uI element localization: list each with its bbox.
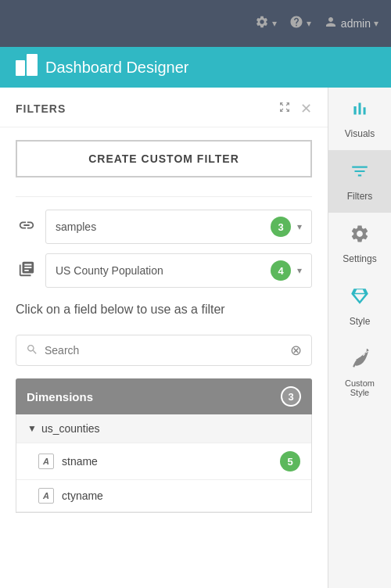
sidebar-item-style-label: Style [350,316,371,327]
instruction-text: Click on a field below to use as a filte… [16,297,312,322]
dataset-row: US County Population 4 ▾ [16,253,312,288]
dataset-dropdown[interactable]: US County Population 4 ▾ [45,253,312,288]
diamond-icon [350,286,370,311]
search-clear-icon[interactable]: ⊗ [290,342,302,359]
close-panel-icon[interactable]: ✕ [300,100,312,117]
admin-chevron-icon: ▾ [374,18,378,29]
help-nav-item[interactable]: ▾ [289,15,311,33]
sidebar-item-filters[interactable]: Filters [328,150,391,213]
svg-rect-1 [27,54,38,76]
sidebar-item-custom-style[interactable]: CustomStyle [328,338,391,408]
user-icon [324,15,338,33]
bar-chart-icon [350,99,370,124]
filters-panel-title: FILTERS [16,102,66,115]
settings-gear-icon [350,224,370,249]
sidebar-item-style[interactable]: Style [328,275,391,338]
settings-chevron-icon: ▾ [272,18,277,29]
datasource-dropdown[interactable]: samples 3 ▾ [45,210,312,244]
sidebar-item-settings-label: Settings [343,253,376,264]
filters-header: FILTERS ✕ [0,88,328,127]
dimensions-header: Dimensions 3 [16,378,312,414]
search-input[interactable] [45,344,290,357]
admin-label: admin [341,17,371,30]
dataset-label: US County Population [56,264,271,277]
field-label-ctyname: ctyname [62,489,300,502]
header-bar: Dashboard Designer [0,47,391,88]
datasource-arrow-icon: ▾ [297,221,302,232]
group-row-us-counties[interactable]: ▼ us_counties [16,414,311,443]
dataset-arrow-icon: ▾ [297,265,302,276]
panel-body: CREATE CUSTOM FILTER samples 3 ▾ [0,127,328,585]
sidebar-item-visuals-label: Visuals [345,128,375,139]
group-label: us_counties [41,422,100,435]
divider-1 [16,196,312,197]
table-icon [16,260,38,281]
dataset-badge: 4 [271,260,291,281]
settings-nav-item[interactable]: ▾ [255,15,277,33]
dimensions-badge: 3 [281,386,301,407]
field-type-text-icon-2: A [38,488,54,504]
group-arrow-icon: ▼ [27,423,37,434]
right-sidebar: Visuals Filters Settings Style [328,88,391,588]
search-box: ⊗ [16,335,312,366]
admin-nav-item[interactable]: admin ▾ [324,15,378,33]
create-custom-filter-button[interactable]: CREATE CUSTOM FILTER [16,140,312,177]
field-badge-stname: 5 [280,451,300,471]
help-icon [289,15,303,33]
field-row-stname[interactable]: A stname 5 [16,443,311,480]
filters-header-actions: ✕ [278,100,312,117]
help-chevron-icon: ▾ [307,18,311,29]
sidebar-item-visuals[interactable]: Visuals [328,88,391,150]
datasource-badge: 3 [271,217,291,237]
svg-rect-0 [16,60,25,76]
dimensions-section: Dimensions 3 ▼ us_counties A stname 5 [16,378,312,513]
datasource-row: samples 3 ▾ [16,210,312,244]
expand-icon[interactable] [278,101,291,117]
datasource-label: samples [56,220,271,233]
logo-icon [16,54,38,81]
dimensions-body: ▼ us_counties A stname 5 A ctyname [16,414,312,513]
link-icon [16,217,38,238]
sidebar-item-filters-label: Filters [347,191,373,202]
sidebar-item-custom-style-label: CustomStyle [345,378,375,397]
dimensions-label: Dimensions [27,390,93,403]
field-type-text-icon: A [38,454,54,469]
main-layout: FILTERS ✕ CREATE CUSTOM FILTER samples 3 [0,88,391,588]
field-label-stname: stname [62,455,280,468]
field-row-ctyname[interactable]: A ctyname [16,480,311,512]
filter-icon [350,161,370,186]
sidebar-item-settings[interactable]: Settings [328,213,391,275]
leaf-icon [350,349,370,374]
header-title: Dashboard Designer [45,59,188,77]
filters-panel: FILTERS ✕ CREATE CUSTOM FILTER samples 3 [0,88,328,588]
search-icon [26,343,38,358]
gear-icon [255,15,269,33]
top-nav: ▾ ▾ admin ▾ [0,0,391,47]
